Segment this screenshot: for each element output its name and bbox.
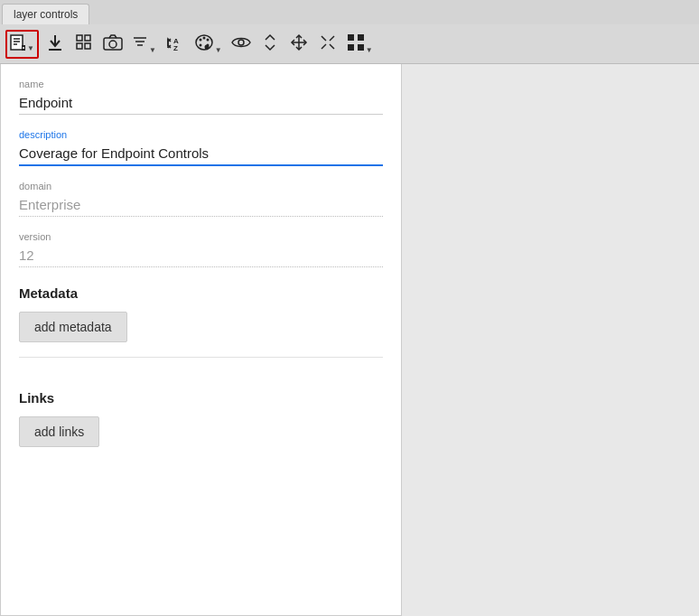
svg-rect-38 [358, 44, 364, 51]
layer-controls-tab[interactable]: layer controls [2, 4, 89, 24]
domain-field-group: domain Enterprise [19, 181, 383, 217]
grid2-dropdown-arrow: ▼ [366, 46, 373, 54]
tab-label: layer controls [14, 8, 78, 21]
new-layer-icon [10, 33, 26, 54]
sort-button[interactable]: A Z [163, 30, 188, 59]
download-icon [47, 33, 63, 54]
visibility-button[interactable] [228, 30, 254, 59]
svg-text:Z: Z [173, 44, 178, 52]
main-content: name description domain Enterprise versi… [0, 64, 699, 616]
svg-rect-35 [348, 34, 354, 41]
svg-rect-36 [358, 34, 364, 41]
toolbar: ▼ [0, 24, 699, 64]
grid-button[interactable] [71, 30, 97, 59]
svg-point-26 [199, 44, 201, 47]
sort-icon: A Z [165, 35, 185, 53]
metadata-section: Metadata add metadata [19, 282, 383, 372]
domain-value: Enterprise [19, 193, 383, 217]
metadata-divider [19, 357, 383, 358]
domain-label: domain [19, 181, 383, 191]
name-field-group: name [19, 79, 383, 115]
svg-rect-9 [77, 35, 82, 41]
filter-dropdown-arrow: ▼ [149, 46, 156, 54]
new-layer-dropdown-arrow: ▼ [27, 44, 34, 52]
grid-icon [75, 33, 93, 54]
svg-point-22 [199, 39, 201, 42]
drag-icon [290, 33, 308, 54]
svg-rect-10 [85, 35, 90, 41]
metadata-title: Metadata [19, 285, 383, 301]
palette-icon [194, 33, 214, 54]
filter-icon [132, 34, 148, 53]
svg-point-28 [238, 40, 244, 45]
chevron-ud-button[interactable] [257, 30, 283, 59]
grid2-icon [347, 33, 365, 54]
right-area [402, 64, 699, 616]
links-section: Links add links [19, 387, 383, 454]
name-label: name [19, 79, 383, 89]
description-field-group: description [19, 129, 383, 166]
app-container: layer controls ▼ [0, 0, 699, 616]
svg-rect-0 [11, 35, 23, 50]
grid2-button[interactable]: ▼ [344, 30, 376, 59]
version-label: version [19, 231, 383, 242]
svg-point-27 [204, 45, 209, 50]
description-input[interactable] [19, 142, 383, 166]
tab-bar: layer controls [0, 0, 699, 24]
svg-rect-12 [85, 43, 90, 49]
download-button[interactable] [42, 30, 68, 59]
layer-panel: name description domain Enterprise versi… [0, 64, 402, 616]
chevron-ud-icon [263, 33, 277, 54]
svg-line-34 [322, 44, 326, 49]
filter-button[interactable]: ▼ [129, 30, 159, 59]
version-field-group: version 12 [19, 231, 383, 267]
collapse-button[interactable] [315, 30, 340, 59]
svg-line-32 [330, 44, 334, 49]
links-title: Links [19, 390, 383, 406]
description-label: description [19, 129, 383, 140]
palette-button[interactable]: ▼ [191, 30, 225, 59]
new-layer-button[interactable]: ▼ [5, 30, 39, 59]
svg-line-33 [330, 36, 334, 41]
name-input[interactable] [19, 91, 383, 115]
version-value: 12 [19, 244, 383, 267]
collapse-icon [320, 34, 336, 53]
svg-line-31 [322, 36, 326, 41]
svg-point-24 [206, 39, 209, 42]
add-metadata-button[interactable]: add metadata [19, 312, 127, 342]
svg-rect-37 [348, 44, 354, 51]
add-links-button[interactable]: add links [19, 416, 99, 447]
svg-rect-11 [77, 43, 82, 49]
palette-dropdown-arrow: ▼ [215, 46, 222, 54]
eye-icon [231, 35, 251, 52]
drag-button[interactable] [286, 30, 312, 59]
svg-point-14 [109, 41, 116, 48]
camera-icon [103, 34, 123, 53]
camera-button[interactable] [100, 30, 126, 59]
svg-point-23 [202, 37, 205, 40]
